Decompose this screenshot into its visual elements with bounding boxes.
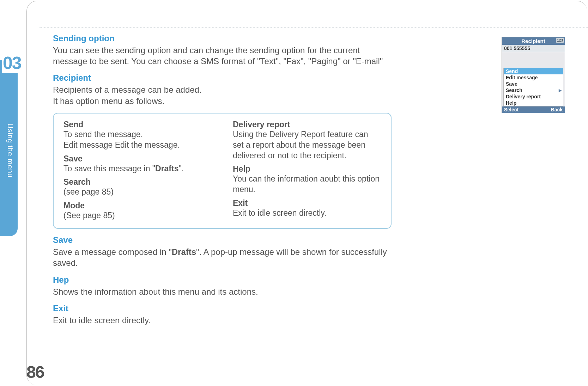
opt-save-bold: Drafts [155, 164, 178, 173]
opt-exit: Exit Exit to idle screen directly. [233, 198, 381, 219]
phone-title-text: Recipient [521, 38, 545, 44]
opt-exit-desc: Exit to idle screen directly. [233, 208, 381, 219]
body-save: Save a message composed in "Drafts". A p… [53, 246, 392, 268]
phone-screenshot: Recipient 123 001 555555 Send Edit messa… [502, 37, 565, 113]
body-sending-option: You can see the sending option and can c… [53, 45, 392, 67]
phone-menu-help[interactable]: Help [504, 100, 563, 106]
opt-search-label: Search [63, 177, 212, 187]
phone-menu-delivery-report[interactable]: Delivery report [504, 93, 563, 100]
phone-title-bar: Recipient 123 [502, 37, 565, 45]
heading-save: Save [53, 235, 392, 245]
opt-search: Search (see page 85) [63, 177, 212, 197]
body-hep: Shows the information about this menu an… [53, 286, 392, 297]
main-content: Sending option You can see the sending o… [53, 33, 392, 332]
opt-save-post: ". [178, 164, 184, 173]
opt-exit-label: Exit [233, 198, 381, 208]
save-pre: Save a message composed in " [53, 247, 172, 257]
recipient-line1: Recipients of a message can be added. [53, 85, 202, 94]
opt-send-label: Send [63, 120, 212, 129]
options-col-right: Delivery report Using the Delivery Repor… [233, 120, 381, 221]
footer-divider [26, 363, 588, 363]
heading-exit: Exit [53, 304, 392, 313]
page-number: 86 [26, 362, 44, 382]
opt-mode-desc: (See page 85) [63, 210, 212, 221]
heading-recipient: Recipient [53, 73, 392, 83]
phone-input-mode-badge: 123 [556, 38, 564, 43]
phone-menu-search-label: Search [506, 87, 522, 93]
heading-hep: Hep [53, 275, 392, 285]
sidebar-label: Using the menu [6, 123, 14, 178]
save-bold: Drafts [172, 247, 196, 257]
body-exit: Exit to idle screen directly. [53, 315, 392, 326]
options-box: Send To send the message. Edit message E… [53, 113, 392, 229]
phone-softkey-bar: Select Back [502, 106, 565, 113]
opt-mode: Mode (See page 85) [63, 201, 212, 221]
dotted-divider [39, 27, 588, 28]
phone-softkey-select[interactable]: Select [504, 107, 519, 112]
opt-help-desc: You can the information aoubt this optio… [233, 174, 381, 195]
opt-search-desc: (see page 85) [63, 187, 212, 197]
opt-save-desc: To save this message in "Drafts". [63, 164, 212, 174]
opt-save-label: Save [63, 154, 212, 164]
chevron-right-icon: ▶ [559, 88, 562, 93]
recipient-line2: It has option menu as follows. [53, 96, 164, 106]
opt-send-line2: Edit message Edit the message. [63, 140, 212, 151]
opt-save: Save To save this message in "Drafts". [63, 154, 212, 174]
phone-options-menu: Send Edit message Save Search ▶ Delivery… [503, 68, 563, 106]
options-col-left: Send To send the message. Edit message E… [63, 120, 212, 221]
phone-menu-send[interactable]: Send [504, 68, 563, 74]
opt-delivery: Delivery report Using the Delivery Repor… [233, 120, 381, 161]
opt-send-line1: To send the message. [63, 129, 212, 140]
opt-delivery-desc: Using the Delivery Report feature can se… [233, 129, 381, 161]
phone-softkey-back[interactable]: Back [551, 107, 563, 112]
heading-sending-option: Sending option [53, 33, 392, 43]
opt-send: Send To send the message. Edit message E… [63, 120, 212, 151]
opt-mode-label: Mode [63, 201, 212, 210]
opt-help: Help You can the information aoubt this … [233, 164, 381, 195]
phone-menu-save[interactable]: Save [504, 81, 563, 87]
chapter-number: 03 [2, 53, 22, 73]
phone-menu-search[interactable]: Search ▶ [504, 87, 563, 93]
phone-menu-edit-message[interactable]: Edit message [504, 74, 563, 81]
body-recipient: Recipients of a message can be added. It… [53, 84, 392, 106]
phone-recipient-row: 001 555555 [502, 45, 565, 52]
opt-delivery-label: Delivery report [233, 120, 381, 129]
opt-help-label: Help [233, 164, 381, 174]
opt-save-pre: To save this message in " [63, 164, 155, 173]
